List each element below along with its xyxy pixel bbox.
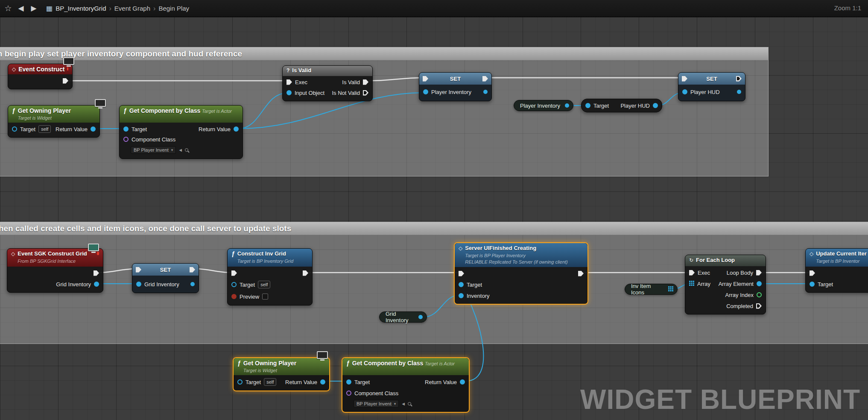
grid-inventory-out-pin[interactable] (94, 282, 99, 287)
pin-label: Return Value (199, 126, 231, 132)
output-pin[interactable] (418, 315, 423, 319)
breadcrumb-event-graph[interactable]: Event Graph (114, 5, 150, 12)
preview-bool-pin[interactable] (231, 294, 237, 299)
target-pin[interactable] (12, 126, 17, 132)
favorite-star-icon[interactable]: ☆ (2, 3, 15, 13)
player-hud-out-pin[interactable] (653, 103, 658, 108)
class-dropdown-value: BP Player Invent (134, 147, 169, 153)
pin-label: Target (245, 379, 261, 385)
grid-inventory-in-pin[interactable] (136, 282, 141, 287)
array-pin[interactable] (689, 281, 694, 287)
use-asset-icon[interactable]: ◄ (401, 401, 406, 406)
loop-body-exec-pin[interactable] (756, 270, 762, 276)
node-get-owning-player-2[interactable]: ƒ Get Owning Player Target is Widget Tar… (233, 357, 330, 391)
node-get-component-by-class[interactable]: ƒ Get Component by Class Target is Actor… (119, 105, 243, 159)
node-for-each-loop[interactable]: ↻ For Each Loop Exec Loop Body Array (685, 255, 766, 314)
exec-out-pin[interactable] (578, 271, 584, 276)
node-server-uifinished-creating[interactable]: ◇ Server UIFinished Creating Target is B… (454, 242, 588, 305)
use-asset-icon[interactable]: ◄ (178, 147, 183, 153)
target-pin[interactable] (810, 282, 815, 287)
exec-out-pin[interactable] (303, 270, 308, 276)
component-class-pin[interactable] (123, 137, 129, 142)
node-update-current-iter[interactable]: ◇ Update Current Iter Target is BP Inven… (805, 248, 868, 293)
is-valid-exec-out-pin[interactable] (363, 79, 368, 85)
component-class-pin[interactable] (346, 391, 351, 396)
node-set-player-hud[interactable]: SET Player HUD (678, 72, 745, 101)
browse-icon[interactable] (408, 402, 411, 405)
node-construct-inv-grid[interactable]: ƒ Construct Inv Grid Target is BP Invent… (227, 248, 313, 305)
back-icon[interactable]: ◀ (15, 4, 27, 13)
node-get-player-hud[interactable]: Target Player HUD (581, 99, 662, 112)
inventory-pin[interactable] (459, 293, 464, 298)
node-get-grid-inventory[interactable]: Grid Inventory (379, 311, 427, 323)
preview-checkbox[interactable] (262, 294, 268, 300)
exec-in-pin[interactable] (689, 270, 695, 276)
target-pin[interactable] (123, 126, 129, 132)
target-pin[interactable] (346, 379, 351, 385)
return-value-pin[interactable] (460, 379, 465, 385)
exec-in-pin[interactable] (423, 76, 428, 82)
return-value-pin[interactable] (91, 126, 96, 132)
node-get-inv-item-icons[interactable]: Inv Item Icons (625, 284, 678, 295)
exec-in-pin[interactable] (286, 79, 292, 85)
target-pin[interactable] (459, 282, 464, 287)
array-pin[interactable] (668, 286, 673, 293)
target-pin[interactable] (585, 103, 590, 108)
exec-in-pin[interactable] (136, 267, 141, 273)
comment-construct-header[interactable]: When called create cells and item icons,… (0, 222, 868, 235)
class-dropdown[interactable]: BP Player Invent ▾ (131, 146, 176, 154)
browse-icon[interactable] (185, 148, 188, 152)
self-literal[interactable]: self (264, 378, 276, 386)
class-dropdown[interactable]: BP Player Invent ▾ (354, 400, 399, 408)
node-is-valid[interactable]: ? Is Valid Exec Is Valid Input Object Is… (282, 65, 373, 101)
self-literal[interactable]: self (38, 125, 51, 133)
pin-label: Target (593, 103, 609, 109)
grid-inventory-out-pin[interactable] (190, 282, 195, 286)
comment-begin-play-header[interactable]: On begin play set player inventory compo… (0, 47, 768, 60)
player-inventory-in-pin[interactable] (423, 89, 428, 94)
node-title: Is Valid (292, 67, 311, 74)
node-title: Get Owning Player (243, 360, 296, 367)
node-event-sgk-construct-grid[interactable]: ◇ Event SGK Construct Grid From BP SGKGr… (7, 248, 103, 293)
exec-out-pin[interactable] (63, 78, 68, 84)
target-pin[interactable] (237, 379, 243, 385)
pin-label: Exec (698, 270, 710, 276)
player-inventory-out-pin[interactable] (483, 90, 488, 94)
player-hud-out-pin[interactable] (737, 90, 741, 94)
node-event-construct[interactable]: ◇ Event Construct (8, 64, 73, 89)
node-set-grid-inventory[interactable]: SET Grid Inventory (132, 263, 199, 293)
self-literal[interactable]: self (258, 281, 270, 288)
exec-in-pin[interactable] (682, 76, 687, 82)
input-object-pin[interactable] (286, 90, 292, 95)
return-value-pin[interactable] (234, 126, 239, 132)
node-subtitle: Target is Widget (18, 115, 52, 120)
node-get-owning-player[interactable]: ƒ Get Owning Player Target is Widget Tar… (8, 105, 100, 138)
player-hud-in-pin[interactable] (682, 89, 687, 94)
exec-in-pin[interactable] (459, 271, 464, 276)
node-set-player-inventory[interactable]: SET Player Inventory (419, 72, 492, 101)
breadcrumb-separator-icon: › (109, 5, 111, 12)
breadcrumb-root[interactable]: BP_InventoryGrid (56, 5, 106, 12)
question-icon: ? (286, 67, 289, 74)
output-pin[interactable] (565, 103, 569, 108)
node-get-component-by-class-2[interactable]: ƒ Get Component by Class Target is Actor… (342, 357, 470, 413)
node-get-player-inventory[interactable]: Player Inventory (514, 100, 573, 111)
exec-in-pin[interactable] (810, 270, 815, 276)
graph-canvas[interactable]: On begin play set player inventory compo… (0, 17, 868, 420)
exec-in-pin[interactable] (231, 270, 237, 276)
exec-out-pin[interactable] (94, 270, 99, 276)
node-title: Get Owning Player (18, 107, 71, 114)
target-pin[interactable] (231, 282, 237, 287)
breadcrumb-begin-play[interactable]: Begin Play (158, 5, 189, 12)
exec-out-pin[interactable] (190, 267, 195, 273)
completed-exec-pin[interactable] (756, 303, 762, 309)
exec-out-pin[interactable] (736, 76, 742, 82)
array-element-pin[interactable] (757, 281, 762, 286)
return-value-pin[interactable] (320, 379, 325, 385)
pin-label: Completed (726, 303, 753, 309)
pin-label: Array Element (719, 281, 754, 287)
is-not-valid-exec-out-pin[interactable] (363, 90, 368, 96)
array-index-pin[interactable] (757, 292, 762, 297)
exec-out-pin[interactable] (482, 76, 488, 82)
forward-icon[interactable]: ▶ (27, 4, 40, 13)
